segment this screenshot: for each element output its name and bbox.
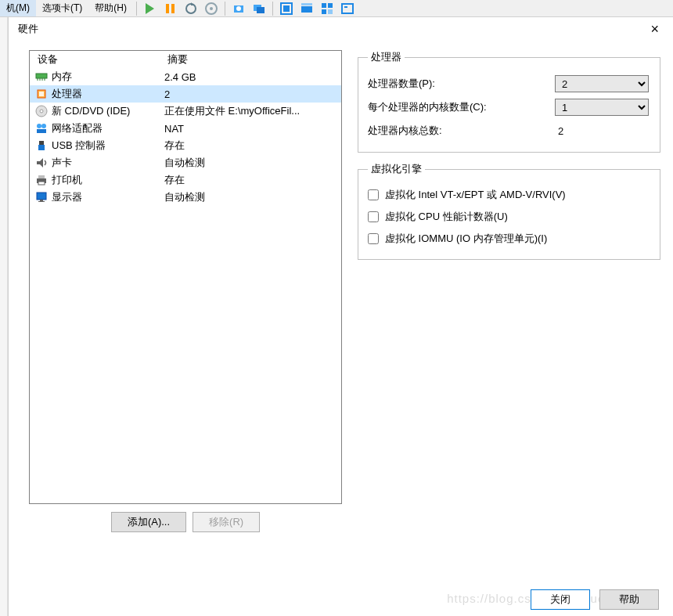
svg-rect-33 [39, 141, 44, 145]
proc-count-select[interactable]: 2 [555, 75, 649, 92]
virtualization-legend: 虚拟化引擎 [368, 162, 425, 176]
virtualization-group: 虚拟化引擎 虚拟化 Intel VT-x/EPT 或 AMD-V/RVI(V) … [358, 162, 660, 260]
svg-marker-0 [146, 3, 154, 14]
svg-rect-39 [37, 193, 46, 200]
svg-rect-13 [301, 6, 312, 13]
remove-button: 移除(R) [193, 512, 260, 532]
usb-icon [34, 139, 49, 153]
svg-rect-14 [301, 3, 312, 5]
svg-rect-34 [38, 145, 45, 150]
disc-icon [34, 104, 49, 118]
device-summary: 存在 [164, 139, 341, 153]
svg-rect-16 [328, 3, 333, 8]
menu-help[interactable]: 帮助(H) [88, 0, 133, 16]
cores-per-proc-label: 每个处理器的内核数量(C): [368, 100, 555, 114]
reset-icon[interactable] [182, 0, 200, 17]
device-label: 网络适配器 [52, 121, 103, 135]
device-label: 声卡 [52, 156, 72, 170]
device-summary: NAT [164, 123, 341, 135]
svg-rect-38 [38, 182, 45, 185]
svg-rect-2 [171, 4, 175, 13]
device-summary: 自动检测 [164, 190, 341, 204]
iommu-checkbox-row[interactable]: 虚拟化 IOMMU (IO 内存管理单元)(I) [368, 228, 650, 250]
device-row-cddvd[interactable]: 新 CD/DVD (IDE) 正在使用文件 E:\myOfficeFil... [30, 103, 341, 120]
device-row-network[interactable]: 网络适配器 NAT [30, 120, 341, 137]
perf-checkbox-row[interactable]: 虚拟化 CPU 性能计数器(U) [368, 206, 650, 228]
device-summary: 2.4 GB [164, 71, 341, 83]
vt-label: 虚拟化 Intel VT-x/EPT 或 AMD-V/RVI(V) [385, 188, 566, 202]
device-label: 处理器 [52, 87, 82, 101]
svg-point-32 [41, 124, 46, 128]
device-summary: 2 [164, 88, 341, 100]
cpu-icon [34, 87, 49, 101]
printer-icon [34, 173, 49, 187]
memory-icon [34, 70, 49, 84]
svg-rect-12 [283, 5, 290, 12]
device-row-display[interactable]: 显示器 自动检测 [30, 189, 341, 206]
device-label: 显示器 [52, 190, 82, 204]
menubar: 机(M) 选项卡(T) 帮助(H) [0, 0, 673, 17]
device-list: 设备 摘要 内存 2.4 GB 处理器 2 新 CD/DVD (IDE) 正在使… [29, 50, 342, 504]
proc-count-label: 处理器数量(P): [368, 77, 555, 91]
device-row-usb[interactable]: USB 控制器 存在 [30, 137, 341, 154]
snapshot-icon[interactable] [230, 0, 247, 17]
play-icon[interactable] [142, 0, 159, 17]
svg-rect-40 [40, 200, 43, 201]
device-list-header: 设备 摘要 [30, 51, 341, 68]
menu-tabs[interactable]: 选项卡(T) [36, 0, 88, 16]
svg-rect-17 [322, 9, 326, 14]
svg-rect-19 [342, 4, 353, 13]
sound-icon [34, 156, 49, 170]
device-label: 打印机 [52, 173, 82, 187]
svg-rect-36 [38, 175, 45, 178]
svg-rect-30 [37, 129, 46, 133]
svg-rect-21 [36, 74, 47, 78]
unity-icon[interactable] [298, 0, 315, 17]
header-summary: 摘要 [167, 52, 341, 67]
close-icon[interactable]: × [646, 21, 664, 38]
vt-checkbox-row[interactable]: 虚拟化 Intel VT-x/EPT 或 AMD-V/RVI(V) [368, 184, 650, 206]
device-label: 新 CD/DVD (IDE) [52, 104, 130, 118]
svg-rect-18 [328, 9, 333, 14]
console-icon[interactable] [339, 0, 356, 17]
svg-point-6 [210, 7, 213, 10]
device-row-sound[interactable]: 声卡 自动检测 [30, 154, 341, 171]
svg-rect-1 [166, 4, 169, 13]
svg-rect-10 [257, 7, 265, 13]
add-button[interactable]: 添加(A)... [111, 512, 186, 532]
left-edge [0, 17, 8, 616]
device-row-printer[interactable]: 打印机 存在 [30, 171, 341, 189]
cores-per-proc-select[interactable]: 1 [555, 99, 649, 116]
svg-rect-15 [322, 3, 326, 8]
iommu-checkbox[interactable] [368, 233, 379, 244]
close-button[interactable]: 关闭 [531, 589, 590, 610]
svg-marker-35 [37, 158, 43, 168]
device-label: 内存 [52, 70, 72, 84]
help-button[interactable]: 帮助 [599, 589, 659, 610]
dialog-title: 硬件 [18, 22, 38, 36]
total-cores-value: 2 [555, 125, 650, 137]
svg-rect-27 [39, 92, 44, 96]
iommu-label: 虚拟化 IOMMU (IO 内存管理单元)(I) [385, 232, 547, 246]
device-summary: 自动检测 [164, 156, 341, 170]
menu-vm[interactable]: 机(M) [0, 0, 36, 16]
device-row-memory[interactable]: 内存 2.4 GB [30, 68, 341, 85]
total-cores-label: 处理器内核总数: [368, 124, 555, 138]
perf-checkbox[interactable] [368, 211, 379, 222]
header-device: 设备 [30, 52, 167, 67]
fullscreen-icon[interactable] [278, 0, 295, 17]
device-summary: 正在使用文件 E:\myOfficeFil... [164, 104, 341, 118]
device-label: USB 控制器 [52, 139, 106, 153]
snapshot-manager-icon[interactable] [250, 0, 268, 17]
device-row-cpu[interactable]: 处理器 2 [30, 85, 341, 103]
display-icon [34, 190, 49, 204]
network-icon [34, 121, 49, 135]
hardware-dialog: 硬件 × 设备 摘要 内存 2.4 GB 处理器 2 新 CD/DVD [8, 17, 673, 616]
vt-checkbox[interactable] [368, 189, 379, 200]
pause-icon[interactable] [162, 0, 179, 17]
processors-legend: 处理器 [368, 50, 405, 64]
processors-group: 处理器 处理器数量(P): 2 每个处理器的内核数量(C): 1 处理器内核总数… [358, 50, 660, 153]
svg-point-31 [37, 124, 41, 128]
thumbnail-icon[interactable] [319, 0, 336, 17]
gear-icon[interactable] [203, 0, 220, 17]
